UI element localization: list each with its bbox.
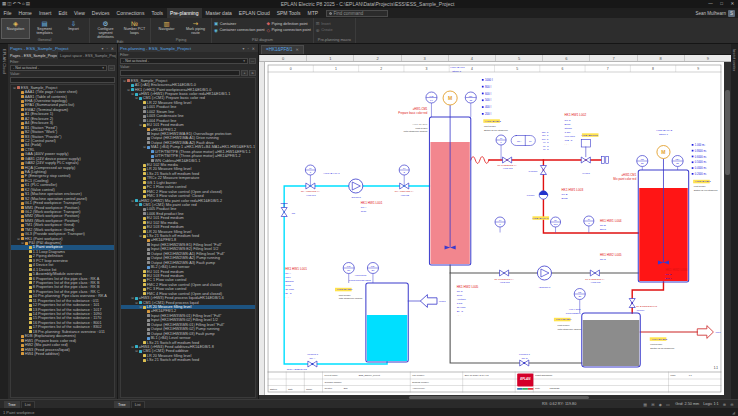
preplanning-view-tab-list[interactable]: List: [131, 401, 145, 408]
collapse-icon[interactable]: ⊟: [123, 79, 126, 83]
ribbon-tab-edit[interactable]: Edit: [55, 8, 71, 18]
ribbon-tab-spm-tools[interactable]: SPM Tools: [273, 8, 304, 18]
pages-view-tab-tree[interactable]: Tree: [4, 401, 20, 408]
panel-header-icons[interactable]: ▾ ▫ ✕: [242, 46, 256, 51]
diagram-label: =HW1+B4-MA1: [322, 172, 340, 175]
preplanning-view-tab-tree[interactable]: Tree: [114, 401, 130, 408]
ribbon-button-navigator[interactable]: ▥Navigator: [153, 19, 180, 38]
ribbon-tab-view[interactable]: View: [71, 8, 89, 18]
panel-header-icons[interactable]: ▾ ▫ ✕: [101, 46, 115, 51]
ribbon-tab-master-data[interactable]: Master data: [202, 8, 235, 18]
collapse-icon[interactable]: ⊟: [131, 345, 134, 349]
ribbon-tab-devices[interactable]: Devices: [88, 8, 113, 18]
left-dock-tab[interactable]: EPLAN Cloud: [0, 44, 8, 399]
maximize-button[interactable]: □: [716, 0, 727, 8]
ribbon-button-insert[interactable]: ⊞Insert: [316, 21, 333, 26]
collapse-icon[interactable]: ⊟: [21, 241, 24, 245]
horizontal-scrollbar-thumb[interactable]: [409, 396, 589, 399]
tree-item-icon: [143, 119, 146, 122]
tree-item-label: L001 Product line: [147, 105, 177, 109]
ribbon-tab-pre-planning[interactable]: Pre-planning: [167, 8, 202, 18]
tree-item-label: EA (Lighting): [25, 170, 47, 174]
ribbon-tab-home[interactable]: Home: [15, 8, 35, 18]
collapse-icon[interactable]: ⊟: [13, 86, 16, 90]
status-icons-right[interactable]: ⊕ ⊖: [723, 402, 735, 407]
collapse-icon[interactable]: ⊟: [127, 88, 130, 92]
vertical-scrollbar-thumb[interactable]: [725, 90, 730, 175]
ribbon-button-mark-piping-route[interactable]: ⇝Mark piping route: [182, 19, 209, 38]
ribbon-tab-tools[interactable]: Tools: [148, 8, 167, 18]
collapse-icon[interactable]: ⊟: [139, 234, 142, 238]
ribbon-tab-insert[interactable]: Insert: [35, 8, 55, 18]
collapse-icon[interactable]: ⊟: [143, 145, 146, 149]
collapse-icon[interactable]: ⊟: [131, 296, 134, 300]
collapse-icon[interactable]: ⊟: [131, 199, 134, 203]
quick-access-icon[interactable]: ⌂: [22, 0, 25, 8]
ribbon-tab-eplan-cloud[interactable]: EPLAN Cloud: [235, 8, 273, 18]
tree-item-label: MA1 (>B4) Pump 1 =HK1-HW1+B4-MA1=HK1-HW1…: [151, 145, 255, 149]
preplanning-add-button[interactable]: +: [241, 70, 248, 76]
pages-panel-tab-1[interactable]: Layout space - ESS_Sample_Proj...: [58, 52, 117, 59]
find-command-box[interactable]: Find command: [326, 10, 388, 17]
ribbon-tab-mtp[interactable]: MTP: [304, 8, 322, 18]
ribbon-button-import[interactable]: ⇩Import: [60, 19, 87, 38]
logic-scale-indicator[interactable]: Logic 1:1: [703, 402, 718, 406]
collapse-icon[interactable]: ⊟: [17, 237, 20, 241]
ribbon-button-number-pct-loops[interactable]: №Number PCT loops: [121, 19, 148, 40]
ribbon-button-navigation[interactable]: ◈Navigation: [2, 19, 29, 38]
tree-item-icon: [143, 124, 146, 127]
collapse-icon[interactable]: ⊟: [139, 305, 142, 309]
minimize-button[interactable]: —: [705, 0, 716, 8]
horizontal-scrollbar[interactable]: [259, 395, 731, 399]
ribbon-button-piping-definition-point[interactable]: ◆Piping definition point: [267, 21, 311, 26]
ribbon-button-create[interactable]: ⊛Create: [316, 28, 333, 33]
quick-access-icon[interactable]: ▦: [2, 0, 6, 8]
pages-tree-item[interactable]: HW4 (Feed additive): [11, 352, 114, 356]
pages-view-tab-list[interactable]: List: [21, 401, 35, 408]
ribbon-tab-connections[interactable]: Connections: [113, 8, 148, 18]
tree-item-label: LS± 21 Switch off medium feed: [147, 358, 199, 362]
preplanning-tree-item[interactable]: LS± 21 Switch off medium feed: [121, 358, 255, 362]
collapse-icon[interactable]: ⊟: [135, 349, 138, 353]
close-button[interactable]: ✕: [727, 0, 738, 8]
pid-diagram[interactable]: 0123456789LIS14LS±15PI1PI2TI1FI1RI100TI1…: [265, 62, 724, 395]
ribbon-button-container[interactable]: ▣Container: [214, 21, 265, 26]
pages-filter-more-button[interactable]: …: [108, 65, 115, 71]
ribbon-button-configure-segment-definitions[interactable]: ⚙Configure segment definitions: [92, 19, 119, 40]
preplanning-edit-button[interactable]: a: [249, 70, 256, 76]
preplanning-filter-combo[interactable]: - Not activated -▾: [120, 58, 248, 64]
ribbon-button-piping-connection-point[interactable]: ◇Piping connection point: [267, 28, 311, 33]
diagram-label: Switch off via ultrasound: [650, 347, 675, 349]
page-tab[interactable]: =HK1&PF8/1 ✕: [261, 45, 304, 55]
status-icons-left[interactable]: ▦ ⊞ ◆ ▭: [643, 402, 671, 407]
ribbon-button-segment-templates[interactable]: ▤Segment templates: [31, 19, 58, 38]
pages-value-input[interactable]: [10, 77, 115, 83]
tree-item-label: B4 (Field): [25, 143, 41, 147]
pages-filter-combo[interactable]: - Not activated -▾: [10, 65, 107, 71]
ribbon-button-container-connection-point[interactable]: ◉Container connection point: [214, 28, 265, 33]
quick-access-icon[interactable]: ◫: [7, 0, 11, 8]
drawing-canvas[interactable]: 0123456789LIS14LS±15PI1PI2TI1FI1RI100TI1…: [265, 62, 724, 395]
right-dock-tab[interactable]: Insert center: [731, 44, 738, 399]
close-tab-icon[interactable]: ✕: [295, 47, 298, 52]
tree-item-icon: [21, 339, 24, 342]
tree-item-label: TRC± 22 Measure temperature: [147, 176, 200, 180]
editor-area: =HK1&PF8/1 ✕ 0123456789: [259, 44, 731, 399]
grid-indicator[interactable]: Grid: 2.50 mm: [675, 402, 699, 406]
pages-panel-tab-0[interactable]: Pages - ESS_Sample_Project: [8, 52, 58, 59]
collapse-icon[interactable]: ⊟: [139, 123, 142, 127]
quick-access-icon[interactable]: ↷: [17, 0, 21, 8]
collapse-icon[interactable]: ⊟: [131, 92, 134, 96]
preplanning-panel-title: Pre-planning - ESS_Sample_Project: [120, 46, 191, 51]
preplanning-value-input[interactable]: [120, 70, 240, 76]
quick-access-icon[interactable]: ↶: [13, 0, 17, 8]
collapse-icon[interactable]: ⊟: [135, 96, 138, 100]
collapse-icon[interactable]: ⊟: [135, 301, 138, 305]
preplanning-filter-more-button[interactable]: …: [249, 58, 256, 64]
user-account[interactable]: Sean Mulhearn S: [695, 8, 738, 18]
tree-item-label: K1 (PLC controller): [25, 183, 57, 187]
vertical-scrollbar[interactable]: [724, 62, 731, 395]
diagram-label: -M001: [439, 301, 447, 304]
ribbon-tab-file[interactable]: File: [0, 8, 15, 18]
collapse-icon[interactable]: ⊟: [135, 203, 138, 207]
